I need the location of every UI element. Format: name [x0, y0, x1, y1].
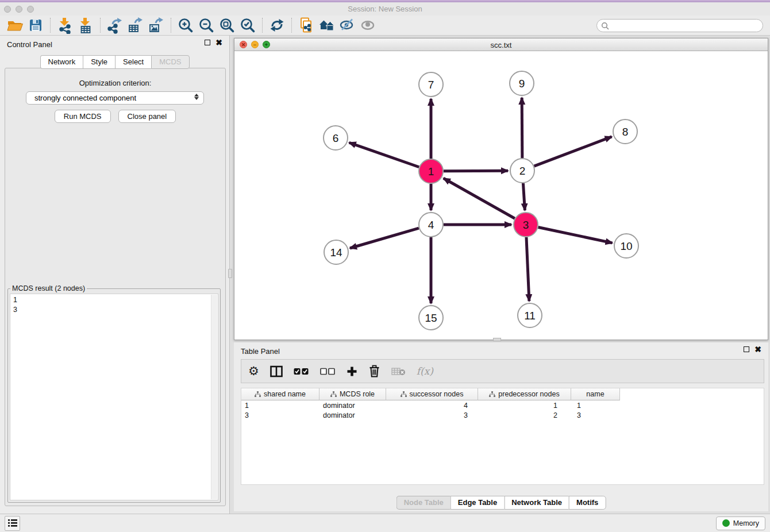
graph-node-14[interactable]: 14	[324, 240, 348, 264]
optimization-criterion-select[interactable]: strongly connected component	[26, 91, 204, 105]
unchecked-boxes-icon	[320, 368, 336, 375]
search-icon	[601, 22, 610, 30]
table-cell[interactable]: dominator	[319, 400, 386, 410]
export-network-button[interactable]	[105, 16, 125, 34]
svg-text:15: 15	[425, 312, 437, 324]
tab-node-table[interactable]: Node Table	[396, 496, 451, 510]
export-table-button[interactable]	[125, 16, 146, 34]
graph-edge-1-2[interactable]	[444, 171, 508, 171]
float-table-panel-icon[interactable]	[744, 346, 749, 352]
table-cell[interactable]: 1	[478, 400, 571, 410]
tab-edge-table[interactable]: Edge Table	[451, 496, 504, 510]
column-header-label: successor nodes	[410, 390, 464, 398]
import-network-icon	[56, 17, 74, 34]
zoom-selected-button[interactable]	[237, 16, 258, 34]
tab-motifs[interactable]: Motifs	[569, 496, 606, 510]
close-panel-icon[interactable]: ✖	[215, 40, 222, 45]
table-cell[interactable]: 2	[478, 410, 571, 420]
search-input[interactable]	[596, 19, 763, 32]
import-table-button[interactable]	[75, 16, 96, 34]
table-cell[interactable]: 3	[386, 410, 478, 420]
column-header-name[interactable]: name	[571, 388, 620, 400]
graph-edge-3-10[interactable]	[538, 228, 613, 243]
svg-text:7: 7	[428, 79, 434, 91]
graph-node-1[interactable]: 1	[419, 159, 443, 183]
hide-selected-button[interactable]	[337, 16, 358, 34]
session-title: Session: New Session	[0, 5, 770, 13]
column-header-predecessor-nodes[interactable]: predecessor nodes	[478, 388, 571, 400]
graph-edge-3-11[interactable]	[526, 237, 529, 301]
tab-mcds[interactable]: MCDS	[151, 55, 189, 69]
column-hierarchy-icon	[489, 391, 495, 397]
delete-table-button[interactable]	[391, 367, 406, 376]
panel-splitter-handle[interactable]	[228, 269, 232, 278]
column-header-MCDS-role[interactable]: MCDS role	[319, 388, 386, 400]
graph-node-2[interactable]: 2	[510, 159, 534, 183]
close-panel-button[interactable]: Close panel	[118, 110, 176, 123]
table-row[interactable]: 3dominator323	[241, 410, 764, 420]
first-neighbors-button[interactable]	[317, 16, 337, 34]
zoom-fit-button[interactable]	[217, 16, 237, 34]
column-hierarchy-icon	[330, 391, 337, 397]
table-cell[interactable]: 3	[571, 410, 620, 420]
table-row[interactable]: 1dominator411	[241, 400, 764, 410]
column-header-shared-name[interactable]: shared name	[241, 388, 319, 400]
control-panel-tabs: NetworkStyleSelectMCDS	[40, 55, 189, 69]
task-history-button[interactable]	[5, 516, 20, 531]
delete-row-button[interactable]	[368, 365, 380, 377]
column-header-successor-nodes[interactable]: successor nodes	[386, 388, 478, 400]
result-scrollbar[interactable]	[211, 295, 217, 499]
import-network-button[interactable]	[55, 16, 75, 34]
graph-edge-1-6[interactable]	[349, 142, 419, 167]
graph-edge-3-1[interactable]	[444, 178, 515, 218]
select-all-button[interactable]	[294, 368, 309, 375]
table-cell[interactable]: 1	[571, 400, 620, 410]
deselect-all-button[interactable]	[320, 368, 336, 375]
network-splitter-handle[interactable]	[493, 338, 501, 341]
show-all-button[interactable]	[358, 16, 379, 34]
graph-node-3[interactable]: 3	[514, 213, 538, 237]
add-row-button[interactable]	[346, 366, 357, 377]
zoom-selected-icon	[239, 17, 256, 34]
apply-function-button[interactable]: f(x)	[417, 365, 433, 377]
table-options-button[interactable]: ⚙	[248, 365, 259, 377]
save-session-button[interactable]	[25, 16, 46, 34]
zoom-out-button[interactable]	[196, 16, 217, 34]
export-image-button[interactable]	[146, 16, 167, 34]
network-canvas[interactable]: 7968124314101511	[234, 52, 768, 340]
zoom-in-button[interactable]	[175, 16, 196, 34]
graph-edge-2-8[interactable]	[534, 137, 612, 166]
graph-node-10[interactable]: 10	[614, 234, 638, 258]
tab-style[interactable]: Style	[83, 55, 115, 69]
node-table-header: shared nameMCDS rolesuccessor nodesprede…	[241, 388, 764, 400]
table-cell[interactable]: 4	[386, 400, 478, 410]
network-window-title: scc.txt	[234, 41, 768, 49]
run-mcds-button[interactable]: Run MCDS	[55, 110, 111, 123]
graph-node-4[interactable]: 4	[419, 213, 443, 237]
network-window-titlebar[interactable]: ✕ − + scc.txt	[234, 38, 768, 51]
zoom-in-icon	[177, 17, 194, 34]
memory-button[interactable]: Memory	[716, 516, 765, 530]
graph-edge-4-14[interactable]	[350, 228, 419, 248]
graph-edge-2-9[interactable]	[522, 98, 522, 158]
tab-select[interactable]: Select	[115, 55, 151, 69]
clone-network-button[interactable]	[296, 16, 317, 34]
graph-node-6[interactable]: 6	[324, 126, 348, 150]
graph-node-8[interactable]: 8	[613, 119, 637, 144]
table-cell[interactable]: dominator	[319, 410, 386, 420]
apply-layout-button[interactable]	[267, 16, 287, 34]
open-session-button[interactable]	[5, 16, 25, 34]
show-column-button[interactable]	[270, 365, 283, 377]
float-panel-icon[interactable]	[205, 40, 210, 45]
graph-node-11[interactable]: 11	[518, 303, 542, 327]
graph-edge-2-3[interactable]	[523, 183, 525, 210]
tab-network[interactable]: Network	[40, 55, 83, 69]
graph-node-15[interactable]: 15	[419, 306, 443, 330]
close-table-panel-icon[interactable]: ✖	[754, 346, 761, 352]
tab-network-table[interactable]: Network Table	[504, 496, 569, 510]
list-icon	[8, 519, 17, 527]
graph-node-9[interactable]: 9	[510, 71, 534, 95]
graph-node-7[interactable]: 7	[419, 72, 443, 97]
table-cell[interactable]: 1	[241, 400, 319, 410]
table-cell[interactable]: 3	[241, 410, 319, 420]
